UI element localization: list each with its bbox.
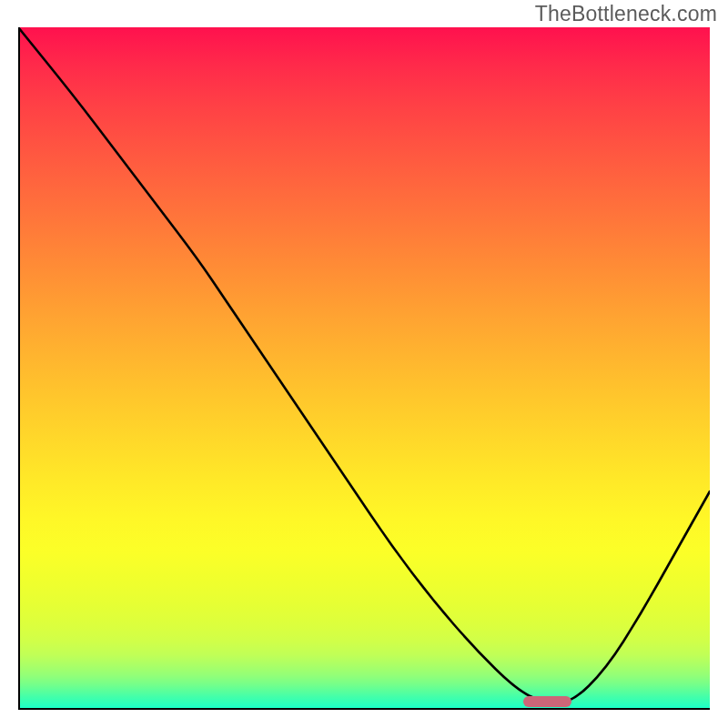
optimal-marker xyxy=(523,696,571,707)
gradient-background xyxy=(18,27,710,710)
plot-area xyxy=(18,27,710,710)
watermark-text: TheBottleneck.com xyxy=(535,2,717,26)
